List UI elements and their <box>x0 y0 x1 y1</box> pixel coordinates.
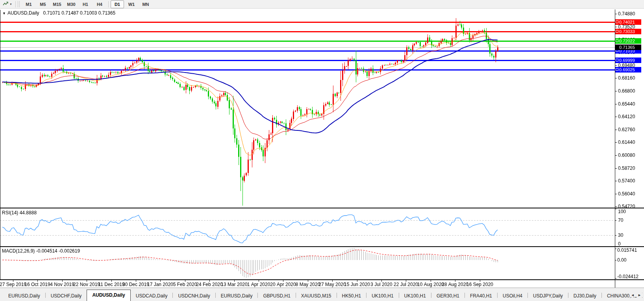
chart-tab-uk100-h1[interactable]: UK100,H1 <box>399 291 431 301</box>
chart-tab-eurusd-daily[interactable]: EURUSD,Daily <box>3 291 45 301</box>
chart-tab-usdchf-daily[interactable]: USDCHF,Daily <box>46 291 87 301</box>
macd-indicator-label: MACD(12,26,9) -0.004514 -0.002619 <box>2 248 80 254</box>
chart-tab-eurusd-daily[interactable]: EURUSD,Daily <box>216 291 258 301</box>
chevron-down-icon: ▼ <box>9 3 12 6</box>
hline-price-badge-0.69025[interactable]: 0.69025 <box>615 67 641 72</box>
chart-tools-button[interactable]: ▼ <box>1 0 14 9</box>
current-price-badge: 0.71365 <box>615 45 641 50</box>
line-drag-handle-icon[interactable] <box>616 68 618 71</box>
tab-scroll-arrows[interactable]: ◄ ► <box>629 293 642 297</box>
hline-price-badge-0.74021[interactable]: 0.74021 <box>615 19 641 25</box>
hline-price-badge-0.72022[interactable]: 0.72022 <box>615 38 641 44</box>
timeframe-button-mn[interactable]: MN <box>139 0 152 8</box>
timeframe-button-h4[interactable]: H4 <box>93 0 106 8</box>
timeframe-button-d1[interactable]: D1 <box>111 0 124 8</box>
chart-tab-audusd-daily[interactable]: AUDUSD,Daily <box>87 290 130 301</box>
timeframe-button-h1[interactable]: H1 <box>79 0 92 8</box>
line-drag-handle-icon[interactable] <box>616 39 618 42</box>
chart-tools-icon <box>3 1 9 8</box>
timeframes-toolbar: ▼ M1M5M15M30H1H4D1W1MN <box>0 0 644 9</box>
trading-terminal-window: ▼ M1M5M15M30H1H4D1W1MN ▼AUDUSD,Daily0.71… <box>0 0 644 301</box>
hline-price-badge-0.69999[interactable]: 0.69999 <box>615 58 641 63</box>
chart-tab-uk100-h1[interactable]: UK100,H1 <box>366 291 398 301</box>
timeframe-button-m30[interactable]: M30 <box>65 0 78 8</box>
toolbar-drag-handle[interactable] <box>18 1 20 7</box>
chart-tab-gbpusd-h1[interactable]: GBPUSD,H1 <box>258 291 295 301</box>
timeframe-buttons: M1M5M15M30H1H4D1W1MN <box>22 0 153 8</box>
chart-tab-usdjpy-daily[interactable]: USDJPY,Daily <box>528 291 568 301</box>
chart-tab-usoil-h4[interactable]: USOil,H4 <box>498 291 527 301</box>
hline-price-badge-0.73033[interactable]: 0.73033 <box>615 29 641 34</box>
chart-tab-bar: EURUSD,DailyUSDCHF,DailyAUDUSD,DailyUSDC… <box>0 288 644 301</box>
chart-tab-usoil-h1[interactable]: USOil,H1 <box>642 291 644 301</box>
chart-tab-usdcad-daily[interactable]: USDCAD,Daily <box>131 291 173 301</box>
chart-title: ▼AUDUSD,Daily0.71071 0.71487 0.71003 0.7… <box>2 10 115 16</box>
chart-tab-fra40-h1[interactable]: FRA40,H1 <box>465 291 497 301</box>
toolbar-separator <box>108 1 109 7</box>
chart-ohlc-values: 0.71071 0.71487 0.71003 0.71365 <box>43 10 116 16</box>
rsi-indicator-label: RSI(14) 44.8888 <box>2 210 37 216</box>
chart-tab-xauusd-m15[interactable]: XAUUSD,M15 <box>296 291 337 301</box>
timeframe-button-m1[interactable]: M1 <box>22 0 35 8</box>
timeframe-button-m5[interactable]: M5 <box>36 0 50 8</box>
chart-tab-dj30-daily[interactable]: DJ30,Daily <box>568 291 601 301</box>
timeframe-button-w1[interactable]: W1 <box>125 0 138 8</box>
timeframe-button-m15[interactable]: M15 <box>50 0 64 8</box>
chart-tab-hk50-h1[interactable]: HK50,H1 <box>337 291 366 301</box>
chart-symbol-label: AUDUSD,Daily <box>7 10 39 16</box>
price-chart-canvas[interactable] <box>0 9 644 288</box>
chart-tab-ger30-h1[interactable]: GER30,H1 <box>431 291 464 301</box>
chart-tab-usdcnh-daily[interactable]: USDCNH,Daily <box>173 291 215 301</box>
line-drag-handle-icon[interactable] <box>616 20 618 23</box>
line-drag-handle-icon[interactable] <box>616 30 618 33</box>
collapse-icon: ▼ <box>2 11 6 15</box>
toolbar-separator <box>15 1 16 7</box>
line-drag-handle-icon[interactable] <box>616 59 618 61</box>
